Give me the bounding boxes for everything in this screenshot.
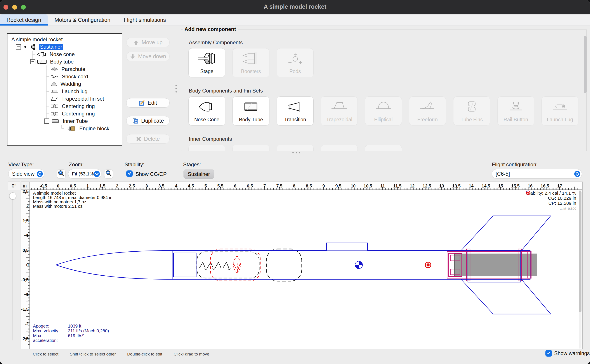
horizontal-splitter-handle[interactable] [292,152,300,153]
hint-bar: Click to selectShift+click to select oth… [33,352,209,357]
component-card-c-inner4 [321,145,358,151]
svg-text:2,5: 2,5 [129,183,135,188]
svg-text:7: 7 [263,183,266,188]
flight-data-value: 311 ft/s (Mach 0,280) [68,328,109,333]
flight-data-row: Apogee:1039 ft [33,324,109,328]
hint-text: Click to select [33,352,58,357]
view-type-select[interactable]: Side view [8,169,44,178]
tree-item-centering-ring[interactable]: Centering ring [7,110,122,117]
rotation-slider-knob[interactable] [9,193,16,200]
controls-divider [175,164,175,178]
c-trapezoid-icon [330,97,349,117]
show-cgcp-checkbox[interactable] [126,170,133,177]
flight-data-label: Max. acceleration: [33,333,68,343]
chevron-down-icon [94,171,100,177]
duplicate-button[interactable]: Duplicate [126,116,170,125]
view-type-value: Side view [8,171,36,177]
arrow-up-icon [133,40,139,46]
rotation-slider-track[interactable] [12,195,13,340]
tree-item-trapezoidal-fin-set[interactable]: Trapezoidal fin set [7,95,122,103]
tree-item-nose-cone[interactable]: Nose cone [7,51,122,58]
button-label: Edit [148,100,157,106]
component-card-body-tube[interactable]: Body Tube [233,97,269,125]
tree-item-wadding[interactable]: Wadding [7,80,122,88]
delete-x-icon [136,136,141,142]
c-boosters-icon [241,48,261,69]
tab-rocket-design[interactable]: Rocket design [0,14,48,26]
component-card-transition[interactable]: Transition [277,97,314,125]
flight-config-select[interactable]: [C6-5] [492,169,582,178]
tree-item-inner-tube[interactable]: Inner Tube [7,117,122,125]
component-card-stage[interactable]: Stage [188,48,225,77]
add-panel-scrollbar[interactable] [584,36,586,93]
engineblock-icon [67,126,76,131]
show-warnings-group: Show warnings [545,350,590,357]
zoom-in-button[interactable] [104,169,113,178]
component-card-trapezoidal: Trapezoidal [321,97,358,125]
tab-label: Flight simulations [124,17,166,23]
shockcord-icon [51,74,59,79]
vertical-splitter-handle[interactable] [175,85,177,92]
card-label: Nose Cone [194,117,219,123]
svg-text:9,5: 9,5 [335,183,342,188]
tree-expander-icon[interactable] [44,118,49,124]
zoom-select[interactable]: Fit (53,1%) [68,169,101,178]
rocket-info-line: A simple model rocket [33,191,113,195]
tree-item-a-simple-model-rocket[interactable]: A simple model rocket [7,36,122,43]
cp-marker [425,262,431,268]
tree-item-body-tube[interactable]: Body tube [7,58,122,65]
tree-item-engine-block[interactable]: Engine block [7,125,122,132]
zoom-out-icon [58,170,65,178]
tree-item-sustainer[interactable]: Sustainer [7,43,122,51]
action-buttons: Move upMove downEditDuplicateDelete [126,38,169,147]
component-tree[interactable]: A simple model rocketSustainerNose coneB… [7,33,122,146]
flight-data-label: Max. velocity: [33,328,68,333]
component-card-elliptical: Elliptical [365,97,402,125]
canvas-scrollbar-thumb[interactable] [579,191,582,312]
centering-icon [51,104,59,109]
move-up-button: Move up [126,38,170,47]
rocket-view-canvas[interactable]: -0,500,511,522,533,544,555,566,577,588,5… [21,182,583,349]
show-warnings-label: Show warnings [554,350,590,356]
tree-item-centering-ring[interactable]: Centering ring [7,103,122,110]
component-card-nose-cone[interactable]: Nose Cone [188,97,225,125]
show-warnings-checkbox[interactable] [545,350,552,357]
tree-expander-icon[interactable] [16,44,21,50]
component-card-c-inner3 [277,145,314,151]
tab-motors-configuration[interactable]: Motors & Configuration [48,14,117,26]
rocket-icon [23,44,37,50]
card-label: Tube Fins [461,117,483,123]
tree-item-shock-cord[interactable]: Shock cord [7,73,122,80]
tree-expander-icon[interactable] [30,59,35,64]
svg-text:2,5: 2,5 [22,189,29,194]
title-bar: A simple model rocket [0,0,590,14]
c-tubefins-icon [462,97,481,117]
svg-text:0: 0 [26,262,29,267]
svg-text:3: 3 [145,183,148,188]
tree-item-parachute[interactable]: Parachute [7,65,122,73]
svg-text:2: 2 [26,204,29,208]
tab-flight-simulations[interactable]: Flight simulations [117,14,172,26]
tree-item-launch-lug[interactable]: Launch lug [7,88,122,95]
c-inner3-icon [286,145,305,151]
c-inner2-icon [241,145,261,151]
svg-text:12: 12 [410,183,415,188]
launchlug-icon [51,89,59,94]
c-launchlug-icon [550,97,570,117]
svg-text:10: 10 [351,183,355,188]
svg-text:1,5: 1,5 [22,218,29,223]
stability-text: Stability: 2,4 cal / 14,1 % [526,190,576,195]
svg-text:5,5: 5,5 [217,183,224,188]
app-window: A simple model rocket Rocket designMotor… [0,0,590,364]
edit-button[interactable]: Edit [126,98,170,108]
chevron-updown-icon [574,171,581,177]
svg-text:15: 15 [498,183,503,188]
card-label: Elliptical [374,117,392,123]
zoom-label: Zoom: [69,162,84,168]
svg-text:-2,5: -2,5 [21,336,29,341]
card-row [188,145,579,151]
svg-text:14: 14 [469,183,474,188]
stage-toggle-sustainer[interactable]: Sustainer [184,169,214,178]
zoom-out-button[interactable] [57,169,66,178]
tree-item-label: Centering ring [60,103,96,110]
